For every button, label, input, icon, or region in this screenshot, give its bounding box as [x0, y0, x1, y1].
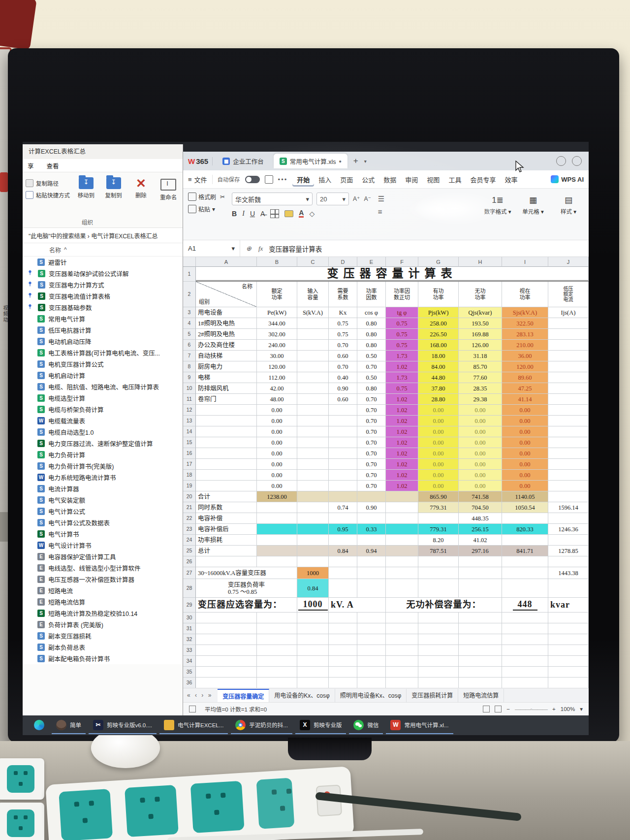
- cell-H6[interactable]: 126.00: [459, 340, 502, 351]
- cell-A4[interactable]: 1#照明及电热: [196, 318, 257, 329]
- cell-D25[interactable]: 0.84: [329, 546, 357, 556]
- zoom-out-icon[interactable]: −: [506, 706, 510, 712]
- cell-D2[interactable]: 需要 系数: [329, 282, 357, 307]
- row-header-18[interactable]: 18: [183, 470, 196, 481]
- cell-E8[interactable]: 0.70: [357, 361, 386, 372]
- cell-F20[interactable]: [386, 491, 418, 502]
- styles-button[interactable]: ▤ 样式 ▾: [553, 193, 584, 238]
- cell-G31[interactable]: [418, 623, 459, 634]
- menu-数据[interactable]: 数据: [379, 172, 401, 187]
- cell-H3[interactable]: Qjs(kvar): [459, 307, 502, 318]
- cell-E18[interactable]: 0.70: [357, 470, 386, 481]
- cell-C17[interactable]: [297, 459, 329, 470]
- cell-I10[interactable]: 47.25: [502, 383, 548, 394]
- file-list-item[interactable]: S副本配电箱负荷计算书: [23, 653, 183, 664]
- menu-审阅[interactable]: 审阅: [401, 172, 422, 187]
- cell-J8[interactable]: [548, 361, 589, 372]
- cell-C27[interactable]: 1000: [297, 567, 329, 579]
- row-header-36[interactable]: 36: [183, 678, 196, 688]
- cell-I8[interactable]: 120.00: [502, 361, 548, 372]
- file-list-item[interactable]: S副本负荷总表: [23, 642, 183, 653]
- cell-E27[interactable]: [357, 567, 386, 579]
- cell-F34[interactable]: [386, 656, 418, 667]
- cell-F18[interactable]: 1.02: [386, 470, 418, 481]
- row-header-25[interactable]: 25: [183, 546, 196, 556]
- cell-H4[interactable]: 193.50: [459, 318, 502, 329]
- cell-H13[interactable]: 0.00: [459, 416, 502, 426]
- cell-D6[interactable]: 0.70: [329, 340, 357, 351]
- cell-D14[interactable]: [329, 426, 357, 437]
- cell-G11[interactable]: 28.80: [418, 394, 459, 405]
- cell-C8[interactable]: [297, 361, 329, 372]
- sheet-tab-变压器损耗计算[interactable]: 变压器损耗计算: [407, 689, 458, 702]
- cell-A31[interactable]: [196, 623, 257, 634]
- file-list-item[interactable]: S短路电流计算及热稳定校验10.14: [23, 608, 183, 619]
- font-color-button[interactable]: A: [299, 210, 304, 218]
- cell-A10[interactable]: 防排烟风机: [196, 383, 257, 394]
- cell-J35[interactable]: [548, 667, 589, 678]
- cell-H28[interactable]: [459, 579, 502, 598]
- cell-D5[interactable]: 0.75: [329, 329, 357, 340]
- file-list-item[interactable]: S电力负荷计算: [23, 449, 183, 460]
- row-header-3[interactable]: 3: [183, 307, 196, 318]
- align-center-icon[interactable]: ≡: [378, 207, 384, 216]
- file-list-item[interactable]: S电力负荷计算书(完美版): [23, 460, 183, 472]
- cell-I27[interactable]: [502, 567, 548, 579]
- cell-F27[interactable]: [386, 567, 418, 579]
- file-menu[interactable]: ≡ 文件: [188, 175, 213, 184]
- cell-J29[interactable]: kvar: [548, 598, 589, 613]
- cell-I17[interactable]: 0.00: [502, 459, 548, 470]
- cell-B25[interactable]: [257, 546, 297, 556]
- cell-H21[interactable]: 704.50: [459, 502, 502, 513]
- cell-B30[interactable]: [257, 613, 297, 623]
- cell-J21[interactable]: 1596.14: [548, 502, 589, 513]
- cell-I28[interactable]: [502, 579, 548, 598]
- titlebar-circle-icon-1[interactable]: [556, 156, 566, 166]
- cell-F3[interactable]: tg φ: [386, 307, 418, 318]
- cell-A1[interactable]: 变压器容量计算表: [196, 267, 589, 282]
- cell-E12[interactable]: 0.70: [357, 405, 386, 416]
- cell-D4[interactable]: 0.75: [329, 318, 357, 329]
- file-list-item[interactable]: S电缆选型计算: [23, 392, 183, 404]
- cell-A17[interactable]: [196, 459, 257, 470]
- cell-F22[interactable]: [386, 513, 418, 524]
- cell-J7[interactable]: [548, 351, 589, 361]
- cell-H11[interactable]: 29.38: [459, 394, 502, 405]
- cell-B35[interactable]: [257, 667, 297, 678]
- cell-G30[interactable]: [418, 613, 459, 623]
- cell-C19[interactable]: [297, 481, 329, 491]
- cell-H27[interactable]: [459, 567, 502, 579]
- cell-C9[interactable]: [297, 372, 329, 383]
- cell-D17[interactable]: [329, 459, 357, 470]
- column-header-H[interactable]: H: [459, 257, 502, 267]
- cell-A16[interactable]: [196, 448, 257, 459]
- cell-I15[interactable]: 0.00: [502, 437, 548, 448]
- cell-D32[interactable]: [329, 634, 357, 645]
- cell-G10[interactable]: 37.80: [418, 383, 459, 394]
- cell-E22[interactable]: [357, 513, 386, 524]
- cell-B13[interactable]: 0.00: [257, 416, 297, 426]
- cell-J13[interactable]: [548, 416, 589, 426]
- cell-J36[interactable]: [548, 678, 589, 688]
- cell-D15[interactable]: [329, 437, 357, 448]
- cell-A6[interactable]: 办公及商住楼: [196, 340, 257, 351]
- column-header-C[interactable]: C: [297, 257, 329, 267]
- cell-F21[interactable]: [386, 502, 418, 513]
- cell-I32[interactable]: [502, 634, 548, 645]
- cell-H8[interactable]: 85.70: [459, 361, 502, 372]
- cell-D10[interactable]: 0.90: [329, 383, 357, 394]
- file-list-item[interactable]: S变压器电流值计算表格: [23, 291, 183, 302]
- cell-J22[interactable]: [548, 513, 589, 524]
- cell-F28[interactable]: [386, 579, 418, 598]
- file-list-item[interactable]: S变压器差动保护试验公式详解: [23, 268, 183, 279]
- cell-F29[interactable]: 无功补偿容量为：: [386, 598, 502, 613]
- row-header-34[interactable]: 34: [183, 656, 196, 667]
- italic-button[interactable]: I: [242, 210, 245, 218]
- cell-I22[interactable]: [502, 513, 548, 524]
- cell-C22[interactable]: [297, 513, 329, 524]
- cell-E33[interactable]: [357, 645, 386, 656]
- column-header-E[interactable]: E: [357, 257, 386, 267]
- number-format-button[interactable]: 1≣ 数字格式 ▾: [482, 193, 513, 238]
- row-header-17[interactable]: 17: [183, 459, 196, 470]
- cell-E36[interactable]: [357, 678, 386, 688]
